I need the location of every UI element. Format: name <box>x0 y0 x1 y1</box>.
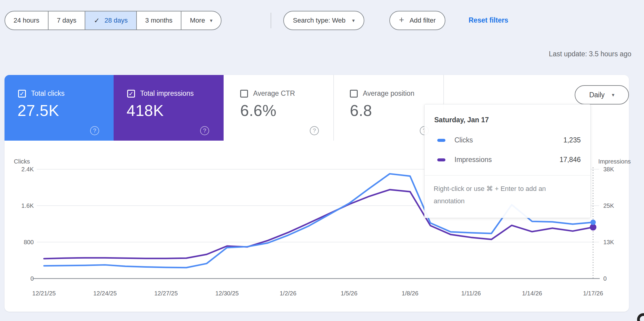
tooltip-divider <box>425 175 590 176</box>
impressions-swatch-icon <box>437 158 445 161</box>
metric-divider <box>333 75 334 141</box>
range-7-days[interactable]: 7 days <box>48 11 85 30</box>
tooltip-row-impressions: Impressions 17,846 <box>437 156 581 164</box>
range-label: 28 days <box>105 17 128 24</box>
metric-label: Total impressions <box>140 89 194 98</box>
chevron-down-icon: ▾ <box>210 17 212 24</box>
range-more-dropdown[interactable]: More ▾ <box>181 11 221 30</box>
metric-value: 418K <box>127 101 164 120</box>
metric-label: Average CTR <box>253 89 295 98</box>
last-update-text: Last update: 3.5 hours ago <box>549 50 631 58</box>
range-label: 7 days <box>57 17 77 24</box>
search-type-dropdown[interactable]: Search type: Web ▾ <box>283 11 364 30</box>
checkbox-checked-icon[interactable]: ✓ <box>18 90 26 98</box>
metric-average-ctr[interactable]: Average CTR 6.6% ? <box>224 75 333 141</box>
metric-value: 6.8 <box>350 101 372 120</box>
metric-value: 6.6% <box>240 101 277 120</box>
chevron-down-icon: ▾ <box>612 92 614 98</box>
toolbar-divider <box>271 13 271 28</box>
checkbox-unchecked-icon[interactable] <box>350 90 358 98</box>
metric-label: Total clicks <box>31 89 64 98</box>
help-icon[interactable]: ? <box>200 126 209 135</box>
range-label: 3 months <box>145 17 173 24</box>
granularity-label: Daily <box>589 91 605 99</box>
date-range-selector: 24 hours 7 days ✓ 28 days 3 months More … <box>5 11 221 30</box>
range-28-days[interactable]: ✓ 28 days <box>85 11 136 30</box>
metric-total-impressions[interactable]: ✓ Total impressions 418K ? <box>114 75 224 141</box>
help-icon[interactable]: ? <box>310 126 319 135</box>
range-3-months[interactable]: 3 months <box>136 11 181 30</box>
metric-value: 27.5K <box>17 101 59 120</box>
granularity-dropdown[interactable]: Daily ▾ <box>575 85 629 104</box>
checkbox-unchecked-icon[interactable] <box>240 90 248 98</box>
reset-filters-link[interactable]: Reset filters <box>469 16 508 24</box>
search-console-performance-page: 24 hours 7 days ✓ 28 days 3 months More … <box>0 0 644 321</box>
range-label: More <box>190 17 205 24</box>
range-label: 24 hours <box>14 17 39 24</box>
plus-icon: + <box>399 16 404 24</box>
metric-total-clicks[interactable]: ✓ Total clicks 27.5K ? <box>5 75 114 141</box>
tooltip-annotation-hint: Right-click or use ⌘ + Enter to add an a… <box>434 183 578 207</box>
chevron-down-icon: ▾ <box>352 17 355 24</box>
check-icon: ✓ <box>94 17 99 25</box>
metric-label: Average position <box>363 89 414 98</box>
checkbox-checked-icon[interactable]: ✓ <box>127 90 135 98</box>
tooltip-date: Saturday, Jan 17 <box>434 116 581 124</box>
add-filter-button[interactable]: + Add filter <box>389 11 445 30</box>
tooltip-row-clicks: Clicks 1,235 <box>437 136 581 144</box>
chart-tooltip: Saturday, Jan 17 Clicks 1,235 Impression… <box>424 104 591 218</box>
help-icon[interactable]: ? <box>90 126 99 135</box>
cursor-artifact <box>637 313 644 321</box>
search-type-label: Search type: Web <box>293 17 345 24</box>
range-24-hours[interactable]: 24 hours <box>5 11 48 30</box>
clicks-swatch-icon <box>437 139 445 142</box>
add-filter-label: Add filter <box>410 17 436 24</box>
